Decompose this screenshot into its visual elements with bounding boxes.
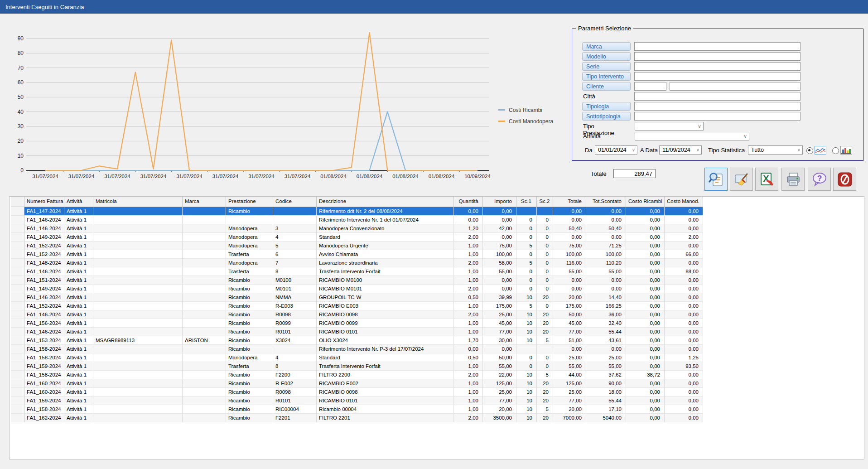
tipo-prestazione-select[interactable]: ∨ [635, 122, 704, 131]
table-row[interactable]: FA1_146-2024Attività 1Manodopera3Manodop… [11, 224, 703, 233]
table-row[interactable]: FA1_146-2024Attività 1Trasferta8Trasfert… [11, 267, 703, 276]
print-button[interactable] [781, 168, 805, 191]
cell: Attività 1 [64, 345, 93, 353]
exit-button[interactable] [833, 168, 856, 191]
col-header-sc-1[interactable]: Sc.1 [516, 197, 537, 207]
col-header-totale[interactable]: Totale [553, 197, 586, 207]
tipologia-input[interactable] [634, 102, 800, 111]
col-header-numero-fattura[interactable]: Numero Fattura [24, 197, 64, 207]
col-header-descrizione[interactable]: Descrizione [317, 197, 453, 207]
cell: 0,00 [665, 293, 703, 302]
cell: 125,00 [483, 379, 516, 388]
table-row[interactable]: FA1_146-2024Attività 1RicambioR0098RICAM… [11, 310, 703, 319]
preview-search-button[interactable] [704, 168, 728, 191]
cell: OLIO X3024 [317, 336, 453, 345]
da-date-combo[interactable]: 01/01/2024 ∨ [595, 145, 637, 155]
table-row[interactable]: FA1_146-2024Attività 1RicambioR0101RICAM… [11, 328, 703, 336]
sottotipologia-input[interactable] [634, 112, 800, 121]
col-header-selector[interactable] [11, 197, 24, 207]
serie-button[interactable]: Serie [582, 62, 631, 71]
cell: Avviso Chiamata [317, 250, 453, 259]
col-header-marca[interactable]: Marca [183, 197, 226, 207]
cell: 20 [537, 396, 553, 405]
cell: 37,62 [586, 371, 626, 379]
cell [183, 276, 226, 285]
col-header-prestazione[interactable]: Prestazione [226, 197, 273, 207]
attivita-select[interactable]: ∨ [635, 132, 749, 140]
citta-input[interactable] [634, 92, 800, 101]
cell: Attività 1 [64, 405, 93, 414]
table-row[interactable]: FA1_160-2024Attività 1RicambioR0098RICAM… [11, 388, 703, 396]
table-row[interactable]: FA1_162-2024Attività 1RicambioF2201FILTR… [11, 414, 703, 422]
totale-label: Totale [591, 170, 607, 177]
help-button[interactable]: ? [808, 168, 831, 191]
col-header-tot-scontato[interactable]: Tot.Scontato [586, 197, 626, 207]
cell: Attività 1 [64, 276, 93, 285]
svg-text:60: 60 [18, 79, 24, 86]
cell [93, 388, 183, 396]
modello-button[interactable]: Modello [582, 52, 631, 61]
col-header-costo-ricambi[interactable]: Costo Ricambi [626, 197, 665, 207]
table-row[interactable]: FA1_147-2024Attività 1RicambioRiferiment… [11, 207, 703, 216]
tipo-intervento-button[interactable]: Tipo Intervento [582, 72, 631, 81]
tipo-intervento-input[interactable] [634, 72, 800, 81]
chart-type-line-radio[interactable] [806, 147, 813, 154]
chart-type-bar-radio[interactable] [832, 147, 839, 154]
cliente-code-input[interactable] [634, 82, 666, 91]
table-row[interactable]: FA1_159-2024Attività 1RicambioR0101RICAM… [11, 396, 703, 405]
col-header-quantit-[interactable]: Quantità [453, 197, 483, 207]
table-row[interactable]: FA1_148-2024Attività 1Manodopera7Lavoraz… [11, 259, 703, 267]
tipo-statistica-combo[interactable]: Tutto ∨ [748, 145, 803, 155]
export-excel-button[interactable]: X [755, 168, 778, 191]
table-row[interactable]: FA1_151-2024Attività 1RicambioM0100RICAM… [11, 276, 703, 285]
marca-input[interactable] [634, 42, 800, 51]
table-row[interactable]: FA1_158-2024Attività 1RicambioRiferiment… [11, 345, 703, 353]
cell: 2,00 [453, 285, 483, 293]
cell: 0,00 [553, 276, 586, 285]
clean-button[interactable] [730, 168, 753, 191]
table-row[interactable]: FA1_158-2024Attività 1RicambioRIC00004Ri… [11, 405, 703, 414]
sottotipologia-button[interactable]: Sottotipologia [582, 112, 631, 121]
cell [183, 233, 226, 242]
marca-button[interactable]: Marca [582, 42, 631, 51]
cell: 50,00 [553, 310, 586, 319]
col-header-importo[interactable]: Importo [483, 197, 516, 207]
table-row[interactable]: FA1_146-2024Attività 1RicambioNMMAGROUPO… [11, 293, 703, 302]
tipologia-button[interactable]: Tipologia [582, 102, 631, 111]
table-row[interactable]: FA1_158-2024Attività 1RicambioF2200FILTR… [11, 371, 703, 379]
cliente-button[interactable]: Cliente [582, 82, 631, 91]
cell: 0,00 [586, 345, 626, 353]
a-data-combo[interactable]: 11/09/2024 ∨ [659, 145, 702, 155]
col-header-matricola[interactable]: Matricola [93, 197, 183, 207]
table-row[interactable]: FA1_152-2024Attività 1Trasferta6Avviso C… [11, 250, 703, 259]
table-row[interactable]: FA1_153-2024Attività 1MSAGR8989113ARISTO… [11, 336, 703, 345]
table-row[interactable]: FA1_149-2024Attività 1RicambioM0101RICAM… [11, 285, 703, 293]
serie-input[interactable] [634, 62, 800, 71]
row-selector-cell [11, 267, 24, 276]
chart-legend: Costi Ricambi Costi Manodopera [498, 104, 553, 127]
cell: 10 [516, 328, 537, 336]
bar-chart-icon [840, 146, 852, 155]
cell: 2,00 [453, 371, 483, 379]
col-header-codice[interactable]: Codice [273, 197, 317, 207]
col-header-attivit-[interactable]: Attività [64, 197, 93, 207]
table-row[interactable]: FA1_160-2024Attività 1RicambioR-E002RICA… [11, 379, 703, 388]
table-row[interactable]: FA1_156-2024Attività 1RicambioR0099RICAM… [11, 319, 703, 328]
table-row[interactable]: FA1_149-2024Attività 1Manodopera4Standar… [11, 233, 703, 242]
cliente-name-input[interactable] [670, 82, 800, 91]
cell: R0098 [273, 310, 317, 319]
col-header-sc-2[interactable]: Sc.2 [537, 197, 553, 207]
cell: NMMA [273, 293, 317, 302]
table-row[interactable]: FA1_152-2024Attività 1RicambioR-E003RICA… [11, 302, 703, 310]
col-header-costo-manod-[interactable]: Costo Manod. [665, 197, 703, 207]
table-row[interactable]: FA1_152-2024Attività 1Manodopera5Manodop… [11, 242, 703, 250]
cell: Ricambio [226, 405, 273, 414]
cell: 0 [516, 276, 537, 285]
modello-input[interactable] [634, 52, 800, 61]
table-row[interactable]: FA1_146-2024Attività 1Riferimento Interv… [11, 216, 703, 224]
cell [537, 345, 553, 353]
table-row[interactable]: FA1_159-2024Attività 1Trasferta8Trasfert… [11, 362, 703, 371]
table-row[interactable]: FA1_158-2024Attività 1Manodopera4Standar… [11, 353, 703, 362]
cell: 0 [537, 267, 553, 276]
panel-title: Parametri Selezione [576, 25, 633, 32]
